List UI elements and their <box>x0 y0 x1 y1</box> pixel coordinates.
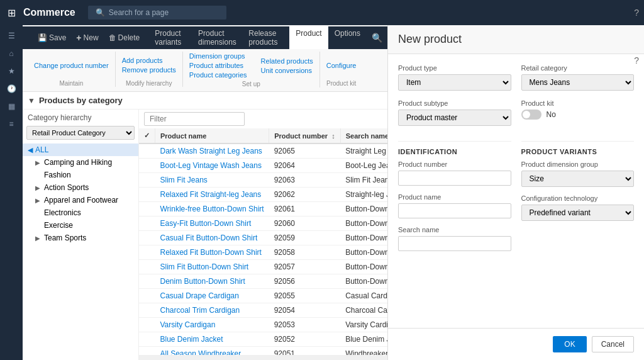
row-product-name[interactable]: Blue Denim Jacket <box>155 332 269 347</box>
tab-product[interactable]: Product <box>289 26 328 49</box>
col-right: PRODUCT VARIANTS Product dimension group… <box>521 135 635 251</box>
check-icon: ✓ <box>144 132 150 139</box>
category-dropdown[interactable]: Retail Product Category <box>26 126 135 140</box>
filter-bar: ▼ Products by category <box>23 92 387 110</box>
search-bar[interactable]: 🔍 <box>88 6 226 20</box>
row-product-name[interactable]: Relaxed Fit Button-Down Shirt <box>155 245 269 260</box>
tree-item-electronics[interactable]: ▶ Electronics <box>23 206 138 219</box>
unit-conversions-link[interactable]: Unit conversions <box>260 66 314 75</box>
row-search-name: Windbreaker <box>340 347 387 356</box>
table-row[interactable]: Casual Fit Button-Down Shirt 92059 Butto… <box>139 231 387 245</box>
tree-item-action[interactable]: ▶ Action Sports <box>23 181 138 194</box>
product-number-input[interactable]: 95002 <box>398 171 511 186</box>
tree-item-fashion[interactable]: ▶ Fashion <box>23 169 138 181</box>
setup-sub-group2: Related products Unit conversions <box>260 57 314 75</box>
dimension-groups-link[interactable]: Dimension groups <box>188 52 248 60</box>
tab-product-variants[interactable]: Product variants <box>150 26 193 49</box>
product-type-select[interactable]: Item <box>398 74 511 91</box>
config-technology-label: Configuration technology <box>521 194 635 202</box>
table-filter-input[interactable] <box>144 112 245 126</box>
table-row[interactable]: Blue Denim Jacket 92052 Blue Denim Jacke <box>139 332 387 347</box>
ribbon-group-maintain: Change product number Maintain <box>28 52 116 87</box>
row-product-name[interactable]: Denim Button-Down Shirt <box>155 274 269 289</box>
table-row[interactable]: Slim Fit Jeans 92063 Slim Fit Jeans <box>139 173 387 188</box>
tab-options[interactable]: Options <box>328 26 367 49</box>
search-ribbon-icon[interactable]: 🔍 <box>372 26 382 49</box>
table-row[interactable]: Denim Button-Down Shirt 92056 Button-Dow… <box>139 274 387 289</box>
row-check <box>139 332 155 347</box>
product-name-input[interactable]: Relaxed Fit Button Up Jeans <box>398 203 511 218</box>
hamburger-icon[interactable]: ☰ <box>4 28 19 44</box>
row-product-name[interactable]: Slim Fit Button-Down Shirt <box>155 260 269 274</box>
category-select[interactable]: Retail Product Category <box>26 126 135 140</box>
related-products-link[interactable]: Related products <box>260 57 314 65</box>
configure-link[interactable]: Configure <box>325 61 358 70</box>
help-icon[interactable]: ? <box>634 8 639 18</box>
tree-item-exercise[interactable]: ▶ Exercise <box>23 219 138 232</box>
row-product-name[interactable]: Casual Drape Cardigan <box>155 289 269 303</box>
tab-release-products[interactable]: Release products <box>243 26 289 49</box>
product-attributes-link[interactable]: Product attributes <box>188 61 248 70</box>
remove-products-link[interactable]: Remove products <box>121 65 177 74</box>
tab-product-dimensions[interactable]: Product dimensions <box>193 26 243 49</box>
tree-item-camping[interactable]: ▶ Camping and Hiking <box>23 156 138 169</box>
row-product-name[interactable]: Varsity Cardigan <box>155 318 269 332</box>
clock-icon[interactable]: 🕐 <box>3 81 20 97</box>
table-row[interactable]: Casual Drape Cardigan 92055 Casual Cardi… <box>139 289 387 303</box>
table-icon[interactable]: ▦ <box>4 98 19 115</box>
row-product-name[interactable]: All Season Windbreaker <box>155 347 269 356</box>
table-row[interactable]: Relaxed Fit Straight-leg Jeans 92062 Str… <box>139 188 387 202</box>
row-product-name[interactable]: Wrinkle-free Button-Down Shirt <box>155 202 269 217</box>
table-row[interactable]: Dark Wash Straight Leg Jeans 92065 Strai… <box>139 143 387 159</box>
table-row[interactable]: Slim Fit Button-Down Shirt 92057 Button-… <box>139 260 387 274</box>
row-search-name: Button-Down Shi <box>340 274 387 289</box>
row-product-name[interactable]: Slim Fit Jeans <box>155 173 269 188</box>
row-search-name: Button-Down Shi <box>340 217 387 231</box>
category-tree: ◀ ALL ▶ Camping and Hiking ▶ Fashion ▶ <box>23 143 138 360</box>
table-row[interactable]: Wrinkle-free Button-Down Shirt 92061 But… <box>139 202 387 217</box>
table-row[interactable]: Relaxed Fit Button-Down Shirt 92058 Butt… <box>139 245 387 260</box>
search-name-column-header[interactable]: Search name <box>340 128 387 143</box>
product-name-column-header[interactable]: Product name <box>155 128 269 143</box>
product-kit-toggle[interactable] <box>521 110 541 120</box>
form-group-product-subtype: Product subtype Product master <box>398 99 511 126</box>
home-icon[interactable]: ⌂ <box>5 45 17 62</box>
add-products-link[interactable]: Add products <box>121 56 177 65</box>
tree-item-team[interactable]: ▶ Team Sports <box>23 232 138 244</box>
panel-help-icon[interactable]: ? <box>634 55 639 65</box>
star-icon[interactable]: ★ <box>4 63 19 79</box>
retail-category-select[interactable]: Mens Jeans <box>521 74 635 91</box>
config-technology-select[interactable]: Predefined variant <box>521 205 635 221</box>
new-button[interactable]: + New <box>72 30 102 45</box>
save-button[interactable]: 💾 Save <box>34 31 70 45</box>
dimension-group-select[interactable]: Size <box>521 171 635 187</box>
row-product-name[interactable]: Dark Wash Straight Leg Jeans <box>155 143 269 159</box>
row-product-name[interactable]: Charcoal Trim Cardigan <box>155 303 269 318</box>
table-row[interactable]: Boot-Leg Vintage Wash Jeans 92064 Boot-L… <box>139 159 387 173</box>
table-row[interactable]: Charcoal Trim Cardigan 92054 Charcoal Ca… <box>139 303 387 318</box>
table-row[interactable]: All Season Windbreaker 92051 Windbreaker <box>139 347 387 356</box>
cancel-button[interactable]: Cancel <box>592 336 634 352</box>
row-search-name: Charcoal Cardiga <box>340 303 387 318</box>
row-product-name[interactable]: Boot-Leg Vintage Wash Jeans <box>155 159 269 173</box>
table-row[interactable]: Easy-Fit Button-Down Shirt 92060 Button-… <box>139 217 387 231</box>
product-subtype-select[interactable]: Product master <box>398 110 511 126</box>
horizontal-scrollbar[interactable] <box>139 355 387 360</box>
table-row[interactable]: Varsity Cardigan 92053 Varsity Cardigan <box>139 318 387 332</box>
search-input[interactable] <box>109 8 209 17</box>
delete-button[interactable]: 🗑 Delete <box>105 31 144 45</box>
change-product-number-link[interactable]: Change product number <box>33 61 110 70</box>
list-icon[interactable]: ≡ <box>5 116 17 132</box>
maintain-sub-group: Change product number <box>33 61 110 70</box>
app-grid-icon[interactable]: ⊞ <box>5 4 18 21</box>
product-number-column-header[interactable]: Product number ↕ <box>269 128 341 143</box>
row-product-name[interactable]: Relaxed Fit Straight-leg Jeans <box>155 188 269 202</box>
ok-button[interactable]: OK <box>553 336 586 352</box>
tree-item-all[interactable]: ◀ ALL <box>23 143 138 156</box>
tree-item-apparel[interactable]: ▶ Apparel and Footwear <box>23 194 138 206</box>
row-product-name[interactable]: Easy-Fit Button-Down Shirt <box>155 217 269 231</box>
search-name-input[interactable]: Relaxed Jeans <box>398 236 511 251</box>
row-product-name[interactable]: Casual Fit Button-Down Shirt <box>155 231 269 245</box>
filter-icon[interactable]: ▼ <box>28 96 35 105</box>
product-categories-link[interactable]: Product categories <box>188 70 248 79</box>
